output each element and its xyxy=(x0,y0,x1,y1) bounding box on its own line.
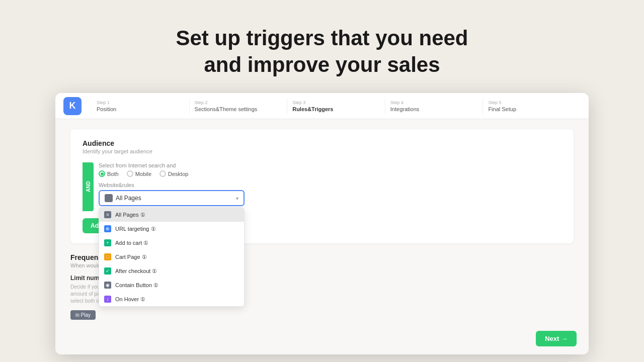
hero-section: Set up triggers that you need and improv… xyxy=(176,25,468,78)
dropdown-arrow-icon: ▾ xyxy=(236,196,238,201)
radio-mobile[interactable]: Mobile xyxy=(127,170,151,177)
pages-dropdown-container: All Pages ▾ ≡ All Pages ① ⊕ xyxy=(99,190,245,206)
audience-title: Audience xyxy=(83,139,561,147)
main-content: Audience Identify your target audience A… xyxy=(55,119,589,354)
radio-mobile-circle xyxy=(127,170,133,177)
dropdown-item-icon-4: ✓ xyxy=(104,267,111,275)
audience-row: AND Select from Internet search and Both xyxy=(83,162,561,211)
trigger-label: Website&rules xyxy=(99,182,561,188)
step-2[interactable]: Step 2 Sections&Theme settings xyxy=(190,98,288,114)
radio-both-circle xyxy=(99,170,105,177)
device-condition: Select from Internet search and Both Mob… xyxy=(99,162,561,177)
radio-desktop[interactable]: Desktop xyxy=(159,170,188,177)
steps-nav: Step 1 Position Step 2 Sections&Theme se… xyxy=(92,98,581,114)
and-bar: AND xyxy=(83,162,94,211)
audience-card: Audience Identify your target audience A… xyxy=(70,129,574,243)
step-1[interactable]: Step 1 Position xyxy=(92,98,190,114)
dropdown-item-6[interactable]: ↕ On Hover ① xyxy=(99,292,244,306)
dropdown-item-icon-6: ↕ xyxy=(104,296,111,303)
top-nav: K Step 1 Position Step 2 Sections&Theme … xyxy=(55,93,589,119)
step-4[interactable]: Step 4 Integrations xyxy=(385,98,484,114)
device-radios: Both Mobile Desktop xyxy=(99,170,561,177)
dropdown-item-icon-2: + xyxy=(104,239,111,246)
radio-both[interactable]: Both xyxy=(99,170,119,177)
audience-conditions: Select from Internet search and Both Mob… xyxy=(99,162,561,211)
step-3[interactable]: Step 3 Rules&Triggers xyxy=(287,98,385,114)
dropdown-item-icon-0: ≡ xyxy=(104,211,111,218)
dropdown-item-4[interactable]: ✓ After checkout ① xyxy=(99,264,244,278)
dropdown-item-icon-5: ◉ xyxy=(104,282,111,289)
trigger-condition: Website&rules All Pages ▾ xyxy=(99,182,561,206)
next-button[interactable]: Next → xyxy=(536,331,577,346)
dropdown-item-2[interactable]: + Add to cart ① xyxy=(99,236,244,250)
device-label: Select from Internet search and xyxy=(99,162,561,168)
audience-subtitle: Identify your target audience xyxy=(83,148,561,154)
pages-dropdown-menu: ≡ All Pages ① ⊕ URL targeting ① + Add to… xyxy=(99,207,245,307)
step-5[interactable]: Step 5 Final Setup xyxy=(483,98,581,114)
pages-dropdown-icon xyxy=(105,194,113,202)
app-window: K Step 1 Position Step 2 Sections&Theme … xyxy=(55,93,589,354)
dropdown-item-1[interactable]: ⊕ URL targeting ① xyxy=(99,222,244,236)
dropdown-item-icon-1: ⊕ xyxy=(104,225,111,232)
in-play-area: in Play xyxy=(70,310,574,320)
dropdown-item-icon-3: □ xyxy=(104,253,111,260)
dropdown-item-0[interactable]: ≡ All Pages ① xyxy=(99,208,244,222)
dropdown-item-5[interactable]: ◉ Contain Button ① xyxy=(99,278,244,292)
pages-dropdown-trigger[interactable]: All Pages ▾ xyxy=(99,190,245,206)
hero-title-line1: Set up triggers that you need and improv… xyxy=(176,25,468,78)
dropdown-item-3[interactable]: □ Cart Page ① xyxy=(99,250,244,264)
radio-desktop-circle xyxy=(159,170,166,177)
logo: K xyxy=(63,97,82,115)
in-play-button[interactable]: in Play xyxy=(70,310,96,320)
